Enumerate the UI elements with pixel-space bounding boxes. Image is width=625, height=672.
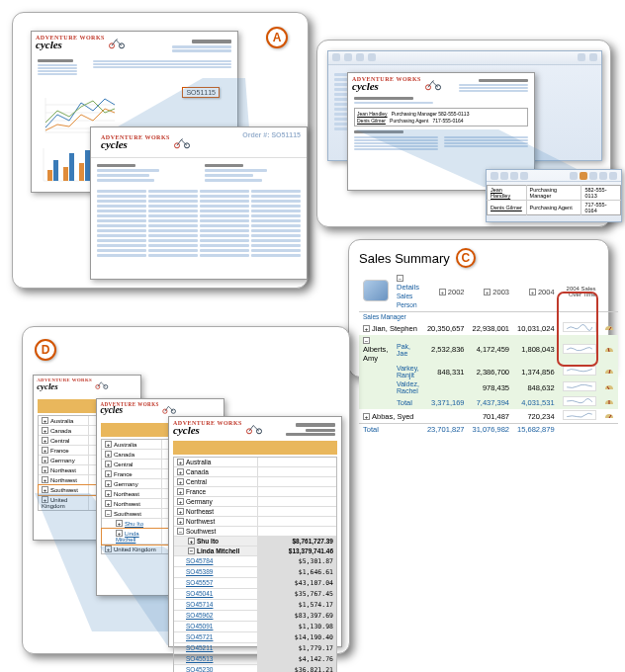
cyclist-icon [107,35,127,50]
cyclist-icon [161,402,178,416]
cell-value: 978,435 [468,379,513,395]
order-value: $1,646.61 [258,567,336,577]
cyclist-icon [172,134,192,150]
brand-bottom: cycles [36,41,105,50]
brand-bottom: cycles [352,82,421,92]
order-value: $83,397.69 [258,611,336,621]
gauge-icon [604,381,614,391]
sparkline [563,381,596,391]
table-row[interactable]: −Southwest [174,527,336,537]
order-link: SO45784 [174,556,258,566]
sparkline [563,396,596,406]
cell-value: 720,234 [513,409,559,424]
col-2004[interactable]: +2004 [513,272,559,312]
sales-person-name[interactable]: Varkey, Ranjit [393,364,423,379]
table-row[interactable]: SO45091$1,130.98 [174,622,336,632]
cell-value: 848,331 [423,364,469,379]
contact-name[interactable]: Denis Gilmer [357,118,386,125]
brand-bottom: cycles [100,407,158,415]
panel-a: A ADVENTURE WORKS cycles [12,12,309,289]
table-row[interactable]: +Shu Ito$8,761,727.39 [174,537,336,546]
cyclist-icon [94,378,110,390]
cell-value [423,379,469,395]
table-row[interactable]: SO45513$4,142.76 [174,654,336,665]
brand-logo: ADVENTURE WORKS cycles [97,399,205,418]
cell-value: 3,371,169 [423,395,469,409]
brand-bottom: cycles [101,140,170,150]
table-row[interactable]: SO45714$1,574.17 [174,600,336,611]
order-link: SO45230 [174,665,258,672]
table-row[interactable]: SO45557$43,107.04 [174,578,336,589]
order-value: $1,779.17 [258,643,336,653]
table-row[interactable]: +France [174,487,336,497]
cell-value: 2,532,836 [423,335,469,364]
expand-toggle[interactable]: + [363,413,370,420]
table-row[interactable]: SO45230$36,821.21 [174,665,336,672]
ribbon-toolbar[interactable] [328,51,601,65]
report-order-detail: ADVENTURE WORKS cycles Order #: SO51115 [90,126,308,280]
col-2003[interactable]: +2003 [468,272,513,312]
table-row[interactable]: Varkey, Ranjit 848,331 2,386,700 1,374,8… [359,364,618,379]
table-row[interactable]: +Abbas, Syed 701,487 720,234 [359,409,618,424]
order-link: SO45041 [174,589,258,599]
webpart-toolbar[interactable] [487,170,621,182]
order-value: $1,574.17 [258,600,336,610]
grand-total-row: Total 23,701,827 31,076,982 15,682,879 [359,424,618,436]
details-toggle[interactable]: − [397,275,403,282]
order-value: $43,107.04 [258,578,336,588]
cell-value: 4,031,531 [513,395,559,409]
contact-role: Purchasing Manager [392,111,437,117]
brand-bottom: cycles [173,426,242,436]
table-row[interactable]: +Jian, Stephen 20,350,657 22,938,001 10,… [359,321,618,335]
order-link: SO45557 [174,578,258,588]
contact-name[interactable]: Denis Gilmer [488,201,527,215]
table-row[interactable]: Valdez, Rachel 978,435 848,632 [359,379,618,395]
contact-role: Purchasing Agent [390,118,428,124]
table-row[interactable]: +Germany [174,497,336,507]
table-row[interactable]: −Linda Mitchell$13,379,741.46 [174,546,336,556]
table-row[interactable]: SO45041$35,767.45 [174,589,336,600]
cell-value: 7,437,394 [468,395,513,409]
contact-name[interactable]: Jean Handley [488,186,527,201]
table-row[interactable]: +Central [174,477,336,487]
table-row[interactable]: Jean Handley Purchasing Manager 582-555-… [488,186,621,201]
table-row[interactable]: +Northeast [174,507,336,517]
detail-webpart: Jean Handley Purchasing Manager 582-555-… [486,169,622,222]
table-row[interactable]: +Northwest [174,517,336,527]
brand-logo: ADVENTURE WORKS cycles [97,131,196,153]
gauge-icon [604,410,614,420]
cell-value: 1,374,856 [513,364,559,379]
table-row[interactable]: Denis Gilmer Purchasing Agent 717-555-01… [488,201,621,215]
subtotal-label: Total [393,395,423,409]
table-row[interactable]: SO45389$1,646.61 [174,567,336,578]
table-row[interactable]: SO45211$1,779.17 [174,643,336,654]
manager-header: Sales Manager [359,312,423,322]
manager-name: Alberts, Amy [363,345,388,363]
table-row[interactable]: +Canada [174,467,336,477]
panel-badge-c: C [456,248,476,268]
table-row[interactable]: SO45721$14,190.40 [174,632,336,643]
contact-phone: 717-555-0164 [581,201,621,215]
order-value: $5,301.87 [258,556,336,566]
sales-person-name[interactable]: Valdez, Rachel [393,379,423,395]
table-row[interactable]: +Australia [174,458,336,467]
contact-phone: 582-555-0113 [438,111,469,117]
table-row[interactable]: SO45962$83,397.69 [174,611,336,622]
order-id-callout[interactable]: SO51115 [182,87,220,98]
sales-person-name[interactable]: Pak, Jae [393,335,423,364]
gauge-icon [604,344,614,354]
contact-table-callout[interactable]: Jean Handley Purchasing Manager 582-555-… [354,108,528,126]
sales-summary-table: − Details Sales Person +2002 +2003 +2004… [359,272,618,435]
cell-value: 848,632 [513,379,559,395]
table-row[interactable]: −Alberts, Amy Pak, Jae 2,532,836 4,172,4… [359,335,618,364]
details-toggle-label[interactable]: Details [397,283,419,292]
svg-rect-10 [47,170,52,181]
order-link: SO45211 [174,643,258,653]
cell-value: 4,172,459 [468,335,513,364]
expand-toggle[interactable]: + [363,325,370,332]
expand-toggle[interactable]: − [363,337,370,344]
panel-d: D ADVENTURE WORKS cycles +Australia +Can… [22,326,350,654]
col-2002[interactable]: +2002 [423,272,469,312]
report-header-band [173,441,337,455]
table-row[interactable]: SO45784$5,301.87 [174,556,336,567]
